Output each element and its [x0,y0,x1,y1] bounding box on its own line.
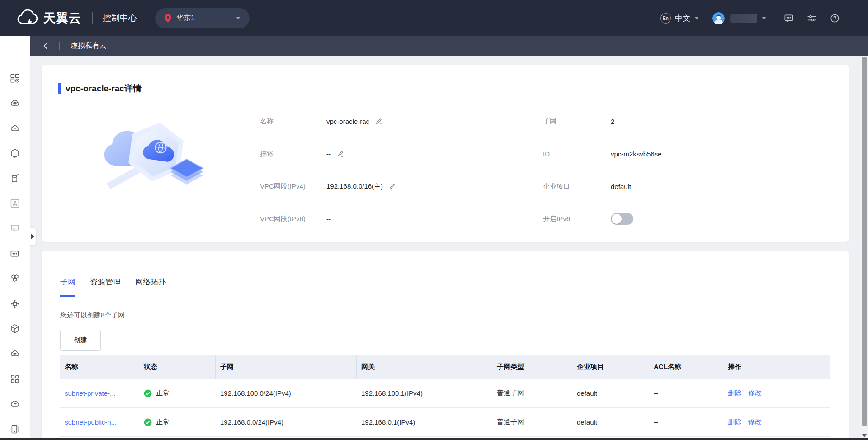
apps-squares-icon[interactable] [9,373,21,385]
cloud-sync-icon[interactable] [9,398,21,410]
page-title: 虚拟私有云 [71,41,107,51]
field-row-enterprise-project: 企业项目 default [543,170,662,203]
vpc-name-value: vpc-oracle-rac [326,118,369,125]
tab-resource-management[interactable]: 资源管理 [90,277,121,297]
status-cell: 正常 [139,379,216,407]
ipv6-toggle[interactable] [611,213,633,225]
window-bottom-edge [0,438,868,440]
column-header-type: 子网类型 [492,355,572,379]
vpc-illustration [98,112,207,198]
status-ok-icon [144,418,152,426]
language-switcher[interactable]: En 中文 [660,13,699,24]
column-header-gateway: 网关 [357,355,492,379]
scrollbar-thumb[interactable] [862,57,867,426]
delete-link[interactable]: 删除 [728,418,741,426]
column-header-acl: ACL名称 [649,355,723,379]
gateway-cell: 192.168.100.1(IPv4) [357,379,492,407]
column-header-actions: 操作 [723,355,830,379]
table-row: subnet-public-n... 正常 192.168.0.0/24(IPv… [60,408,830,437]
tab-network-topology[interactable]: 网络拓扑 [135,277,166,297]
vpc-detail-card: vpc-oracle-rac详情 名称 [42,65,849,242]
subnet-cidr-cell: 192.168.100.0/24(IPv4) [216,379,357,407]
acl-cell: -- [649,408,723,436]
language-en-icon: En [660,13,671,24]
create-subnet-button[interactable]: 创建 [60,330,101,351]
help-icon[interactable] [830,13,840,24]
subheader-divider [59,42,60,50]
console-center-link[interactable]: 控制中心 [103,12,137,24]
gateway-cell: 192.168.0.1(IPv4) [357,408,492,436]
field-row-ipv6-toggle: 开启IPv6 [543,203,662,235]
status-text: 正常 [156,389,170,397]
scroll-down-arrow-icon[interactable] [862,434,867,437]
language-label: 中文 [675,13,690,24]
tab-subnet[interactable]: 子网 [60,277,75,297]
modify-link[interactable]: 修改 [748,389,762,397]
project-cell: default [572,379,649,407]
storage-cloud-icon[interactable] [9,123,21,134]
vpc-detail-title: vpc-oracle-rac详情 [66,83,142,95]
header-divider [92,12,93,24]
user-menu[interactable] [712,12,766,24]
column-header-subnet: 子网 [216,355,357,379]
delete-link[interactable]: 删除 [728,389,741,397]
ecs-cloud-icon[interactable] [9,97,21,109]
region-selector[interactable]: 华东1 [155,8,250,28]
subnet-tabs-card: 子网 资源管理 网络拓扑 您还可以创建8个子网 创建 名称 状态 子网 网关 子… [42,251,849,440]
brand-name: 天翼云 [43,10,81,26]
container-hexagon-icon[interactable] [9,147,21,159]
sidebar-expand-handle[interactable] [30,227,36,246]
top-header: 天翼云 控制中心 华东1 En 中文 [0,0,868,36]
ctyun-logo-icon [16,9,39,27]
edit-name-icon[interactable] [375,118,382,125]
enterprise-project-value: default [611,183,631,190]
subnet-type-cell: 普通子网 [492,408,572,436]
column-header-status: 状态 [139,355,216,379]
tab-underline-track [60,294,830,294]
username-masked [730,14,757,23]
field-row-subnet-count: 子网 2 [543,105,662,137]
chevron-down-icon [236,17,241,19]
edit-cidr-icon[interactable] [389,183,396,190]
status-ok-icon [144,389,152,397]
subnet-type-cell: 普通子网 [492,379,572,407]
database-icon[interactable] [9,173,21,185]
vpc-description-value: -- [326,150,331,158]
feedback-message-icon[interactable] [9,222,21,234]
subnet-name-link[interactable]: subnet-private-... [65,389,116,397]
actions-cell: 删除 修改 [723,379,830,407]
ai-star-icon[interactable] [9,298,21,310]
vpc-cidr-ipv4-value: 192.168.0.0/16(主) [326,182,383,191]
edit-description-icon[interactable] [337,150,344,157]
toggle-knob [612,214,622,224]
chevron-right-icon [31,234,34,239]
chevron-down-icon [762,17,766,19]
back-button[interactable] [42,42,48,50]
feedback-icon[interactable] [783,13,794,24]
field-row-vpc-id: ID vpc-m2ksvb56se [543,137,662,170]
subnet-cidr-cell: 192.168.0.0/24(IPv4) [216,408,357,436]
subnet-count-value: 2 [611,118,614,125]
topology-icon[interactable] [9,198,21,209]
page-subheader: 虚拟私有云 [30,36,868,56]
settings-sliders-icon[interactable] [807,13,817,24]
location-pin-icon [164,14,172,23]
cloud-docs-icon[interactable] [9,348,21,360]
network-hexagons-icon[interactable] [9,273,21,284]
billing-card-icon[interactable] [9,248,21,260]
vertical-scrollbar[interactable] [860,56,868,440]
acl-cell: -- [649,379,723,407]
field-row-description: 描述 -- [260,137,396,170]
column-header-name: 名称 [60,355,139,379]
subnet-name-link[interactable]: subnet-public-n... [65,418,117,426]
modify-link[interactable]: 修改 [748,418,762,426]
cube-icon[interactable] [9,323,21,335]
detail-fields-right: 子网 2 ID vpc-m2ksvb56se 企业项目 default 开启IP… [543,105,662,235]
device-panel-icon[interactable] [9,423,21,435]
tab-bar: 子网 资源管理 网络拓扑 [60,277,166,297]
vpc-cidr-ipv6-value: -- [326,215,331,223]
console-dashboard-icon[interactable] [9,72,21,84]
detail-fields-left: 名称 vpc-oracle-rac 描述 -- VPC网段(IPv4) 192.… [260,105,396,235]
status-cell: 正常 [139,408,216,436]
table-header-row: 名称 状态 子网 网关 子网类型 企业项目 ACL名称 操作 [60,355,830,379]
